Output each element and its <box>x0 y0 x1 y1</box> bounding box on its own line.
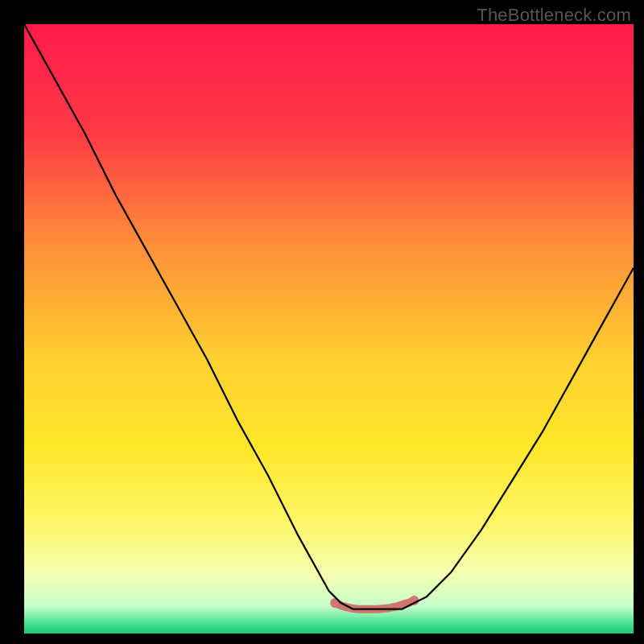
flat-segment-marker-line <box>335 601 414 609</box>
plot-area <box>24 24 634 634</box>
chart-svg <box>24 24 634 634</box>
bottleneck-curve-line <box>24 24 634 609</box>
watermark-text: TheBottleneck.com <box>477 5 631 26</box>
